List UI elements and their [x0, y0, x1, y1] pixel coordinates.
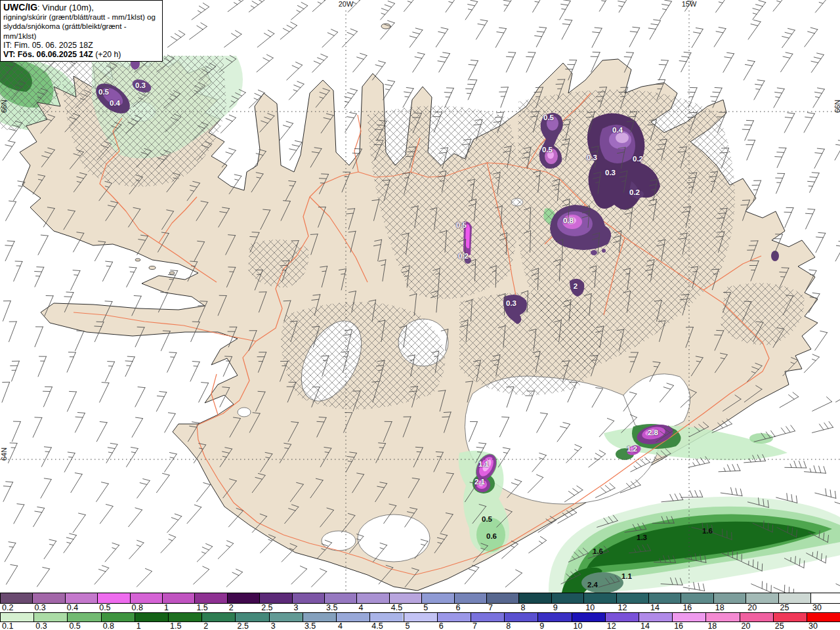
scale-cell — [369, 613, 403, 621]
scale-tick-label: 0.8 — [132, 603, 143, 612]
precip-value-label: 0.4 — [612, 126, 623, 134]
scale-cell — [773, 613, 807, 621]
precip-value-label: 2.4 — [587, 581, 598, 589]
scale-tick-label: 10 — [574, 621, 583, 630]
scale-cell — [356, 593, 388, 603]
scale-tick-label: 8 — [520, 603, 525, 612]
precip-value-label: 0.4 — [110, 99, 120, 107]
scale-cell — [0, 593, 32, 603]
scale-tick-label: 30 — [812, 603, 822, 612]
scale-tick-label: 20 — [747, 603, 757, 612]
scale-cell — [471, 613, 504, 621]
scale-cell — [518, 593, 551, 603]
scale-cell — [605, 613, 639, 621]
scale-tick-label: 9 — [553, 603, 558, 612]
scale-tick-label: 7 — [472, 621, 477, 630]
scale-cell — [648, 593, 681, 603]
scale-cell — [33, 613, 67, 621]
scale-cell — [336, 613, 369, 621]
scale-tick-label: 3 — [294, 603, 299, 612]
weather-forecast-map-page: UWC/IG: Vindur (10m), rigning/skúrir (gr… — [0, 0, 840, 630]
scale-tick-label: 3 — [271, 621, 276, 630]
scale-cell — [537, 613, 571, 621]
legend-line-sleet: slydda/snjókoma (grátt/bleikt/grænt - mm… — [3, 22, 159, 41]
scale-tick-label: 6 — [439, 621, 444, 630]
scale-cell — [235, 613, 268, 621]
scale-tick-label: 5 — [423, 603, 428, 612]
map-area: UWC/IG: Vindur (10m), rigning/skúrir (gr… — [0, 0, 840, 593]
scale-tick-label: 0.3 — [35, 621, 47, 630]
scale-tick-label: 25 — [775, 621, 784, 630]
scale-cell-overflow — [810, 593, 840, 603]
scale-tick-label: 16 — [682, 603, 692, 612]
scale-tick-label: 18 — [715, 603, 724, 612]
scale-tick-label: 2.5 — [261, 603, 272, 612]
precip-value-label: 2.8 — [648, 429, 658, 436]
scale-tick-label: 0.5 — [99, 603, 110, 612]
sleet-snow-scale-bar — [0, 593, 840, 604]
scale-cell — [404, 613, 437, 621]
scale-cell — [101, 613, 135, 621]
scale-tick-label: 8 — [506, 621, 511, 630]
scale-cell — [551, 593, 583, 603]
scale-tick-label: 5 — [406, 621, 410, 630]
precip-value-label: 0.8 — [563, 217, 574, 224]
scale-cell — [616, 593, 648, 603]
scale-tick-label: 30 — [808, 621, 818, 630]
scale-tick-label: 12 — [607, 621, 616, 630]
scale-cell — [504, 613, 537, 621]
scale-tick-label: 14 — [640, 621, 650, 630]
scale-tick-label: 0.4 — [67, 603, 78, 612]
scale-tick-label: 6 — [456, 603, 461, 612]
scale-cell — [0, 613, 33, 621]
scale-cell — [713, 593, 746, 603]
scale-cell — [486, 593, 518, 603]
precip-value-label: 1.6 — [702, 527, 713, 535]
scale-cell — [130, 593, 162, 603]
precip-value-label: 0.2 — [629, 188, 640, 196]
precip-value-label: 0.2 — [633, 155, 643, 163]
scale-cell — [454, 593, 486, 603]
precip-value-label: 1.1 — [621, 572, 632, 580]
scale-tick-label: 3.5 — [326, 603, 337, 612]
scale-tick-label: 0.3 — [34, 603, 45, 612]
rain-scale-bar — [0, 612, 840, 622]
weather-map — [0, 0, 840, 593]
scale-tick-label: 18 — [707, 621, 717, 630]
precip-value-label: 2 — [574, 282, 578, 290]
precip-value-label: 0.3 — [135, 81, 146, 89]
precip-value-label: 0.3 — [605, 169, 616, 177]
legend-line-rain: rigning/skúrir (grænt/blátt/rautt - mm/1… — [3, 12, 159, 22]
scale-tick-label: 0.1 — [2, 621, 13, 630]
latitude-label: 66N — [833, 100, 840, 113]
scale-tick-label: 9 — [539, 621, 544, 630]
scale-cell — [269, 613, 303, 621]
scale-tick-label: 12 — [618, 603, 627, 612]
scale-tick-label: 14 — [650, 603, 660, 612]
scale-tick-label: 16 — [674, 621, 683, 630]
precip-value-label: 0.5 — [456, 221, 467, 229]
longitude-label: 20W — [339, 0, 354, 8]
precip-value-label: 0.2 — [458, 252, 469, 260]
precip-value-label: 0.5 — [482, 515, 492, 523]
precip-value-label: 2.1 — [474, 478, 485, 486]
scale-cell — [162, 593, 194, 603]
valid-time: VT: Fös. 06.06.2025 14Z (+20 h) — [3, 50, 159, 59]
scale-tick-label: 1 — [164, 603, 169, 612]
scale-tick-label: 0.2 — [2, 603, 13, 612]
scale-tick-label: 1 — [136, 621, 141, 630]
precip-value-label: 0.5 — [543, 114, 554, 121]
scale-cell — [32, 593, 64, 603]
longitude-label: 15W — [682, 0, 697, 8]
scale-cell — [672, 613, 705, 621]
scale-tick-label: 20 — [742, 621, 751, 630]
precip-value-label: 1.3 — [637, 534, 647, 541]
rain-scale-labels: 0.10.30.50.811.522.533.544.5567891012141… — [0, 622, 840, 630]
precip-value-label: 0.5 — [542, 146, 553, 154]
scale-tick-label: 0.5 — [69, 621, 80, 630]
precip-value-label: 1.6 — [593, 547, 603, 555]
precip-value-label: 0.6 — [486, 532, 497, 540]
scale-cell — [324, 593, 356, 603]
init-time: IT: Fim. 05. 06. 2025 18Z — [3, 41, 159, 50]
scale-tick-label: 25 — [780, 603, 789, 612]
